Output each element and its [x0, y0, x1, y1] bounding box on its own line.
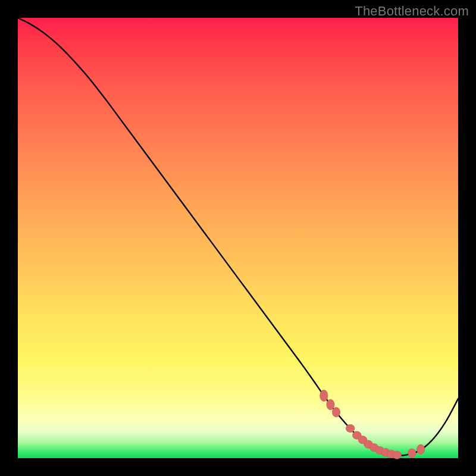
- plot-area: [18, 18, 458, 458]
- curve-marker: [393, 451, 402, 459]
- curve-marker: [332, 408, 340, 417]
- chart-frame: TheBottleneck.com: [0, 0, 476, 476]
- curve-marker: [346, 424, 355, 432]
- curve-marker: [327, 399, 334, 410]
- bottleneck-curve: [18, 18, 458, 455]
- curve-marker: [320, 390, 328, 401]
- curve-marker: [416, 444, 424, 454]
- curve-marker: [408, 449, 416, 458]
- chart-markers: [320, 390, 425, 459]
- chart-svg: [18, 18, 458, 458]
- watermark-text: TheBottleneck.com: [355, 4, 469, 19]
